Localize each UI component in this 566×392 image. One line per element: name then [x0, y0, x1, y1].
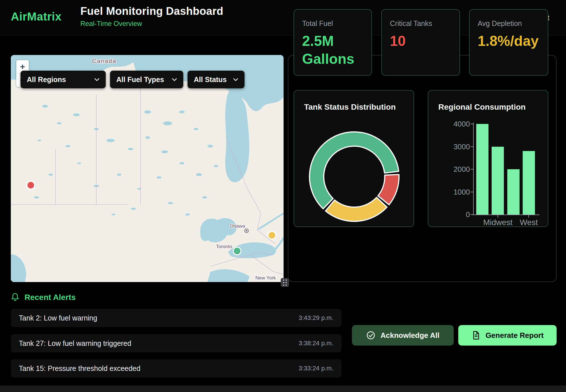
title-block: Fuel Monitoring Dashboard Real-Time Over… — [80, 5, 223, 28]
bar — [476, 124, 488, 215]
x-tick-mark — [498, 215, 498, 218]
chevron-down-icon — [172, 78, 177, 81]
alert-row: Tank 2: Low fuel warning 3:43:29 p.m. — [11, 309, 341, 327]
stat-value: 1.8%/day — [478, 32, 540, 50]
y-tick-mark — [471, 124, 473, 124]
bar — [492, 147, 504, 215]
alert-time: 3:43:29 p.m. — [299, 314, 333, 322]
stat-label: Avg Depletion — [478, 19, 540, 28]
stat-label: Critical Tanks — [390, 19, 451, 28]
regional-consumption-chart-card: Regional Consumption 01000200030004000Mi… — [428, 90, 548, 227]
chart-title: Tank Status Distribution — [304, 103, 396, 112]
map-label-canada: Canada — [92, 58, 117, 64]
fuel-type-filter-label: All Fuel Types — [116, 75, 164, 84]
region-filter-label: All Regions — [27, 75, 66, 84]
map-label-toronto: Toronto — [216, 244, 232, 249]
stat-card-total-fuel: Total Fuel 2.5M Gallons — [294, 9, 372, 76]
y-tick-mark — [471, 192, 473, 192]
donut-segment — [378, 174, 399, 205]
bell-icon — [11, 293, 19, 302]
bar-chart: 01000200030004000MidwestWest — [428, 91, 549, 228]
status-filter-dropdown[interactable]: All Status — [188, 71, 245, 88]
alert-row: Tank 27: Low fuel warning triggered 3:38… — [11, 334, 341, 352]
map-resize-handle[interactable] — [281, 278, 289, 287]
donut-segment — [325, 197, 387, 221]
page-title: Fuel Monitoring Dashboard — [80, 5, 223, 17]
file-text-icon — [471, 331, 481, 340]
map-marker-normal[interactable] — [233, 247, 241, 255]
y-tick-mark — [471, 214, 473, 215]
y-tick-label: 4000 — [441, 120, 470, 128]
page-subtitle: Real-Time Overview — [80, 20, 223, 28]
stat-card-critical-tanks: Critical Tanks 10 — [381, 9, 460, 76]
alert-text: Tank 15: Pressure threshold exceeded — [19, 364, 141, 373]
donut-chart — [307, 130, 401, 224]
chevron-down-icon — [94, 78, 99, 81]
bar — [523, 151, 535, 215]
alert-text: Tank 27: Low fuel warning triggered — [19, 339, 131, 348]
stat-value: 10 — [390, 32, 451, 50]
fuel-monitoring-dashboard: AirMatrix Fuel Monitoring Dashboard Real… — [0, 0, 566, 392]
status-filter-label: All Status — [194, 75, 227, 84]
fuel-type-filter-dropdown[interactable]: All Fuel Types — [110, 71, 183, 88]
alert-time: 3:33:24 p.m. — [299, 365, 333, 372]
stat-card-avg-depletion: Avg Depletion 1.8%/day — [469, 9, 548, 76]
alert-text: Tank 2: Low fuel warning — [19, 314, 97, 322]
map-town-dot-ottawa-core — [246, 230, 247, 232]
acknowledge-all-button[interactable]: Acknowledge All — [352, 325, 454, 346]
y-tick-mark — [471, 169, 473, 170]
bottom-strip — [0, 385, 566, 392]
bar — [507, 169, 520, 215]
tank-status-chart-card: Tank Status Distribution — [294, 90, 414, 227]
y-tick-label: 0 — [441, 210, 470, 219]
region-filter-dropdown[interactable]: All Regions — [21, 71, 106, 88]
generate-report-label: Generate Report — [486, 331, 544, 340]
stat-label: Total Fuel — [302, 19, 363, 28]
check-circle-icon — [366, 331, 375, 340]
x-tick-mark — [528, 215, 529, 218]
map-marker-critical[interactable] — [27, 181, 35, 189]
map-label-new-york: New York — [255, 275, 276, 281]
recent-alerts-title: Recent Alerts — [25, 293, 76, 302]
y-tick-mark — [471, 146, 473, 147]
recent-alerts-header: Recent Alerts — [11, 293, 76, 302]
alert-time: 3:38:24 p.m. — [299, 340, 333, 347]
map-canvas[interactable]: Canada Ottawa Toronto New York — [11, 55, 284, 282]
acknowledge-all-label: Acknowledge All — [380, 331, 439, 340]
brand-logo: AirMatrix — [11, 10, 62, 23]
x-tick-label: West — [509, 218, 549, 227]
y-tick-label: 3000 — [441, 142, 470, 151]
alert-row: Tank 15: Pressure threshold exceeded 3:3… — [11, 359, 341, 377]
stat-value: 2.5M Gallons — [302, 32, 363, 68]
map-marker-warning[interactable] — [268, 232, 276, 239]
x-axis-line — [473, 215, 539, 215]
map-label-ottawa: Ottawa — [230, 223, 245, 229]
generate-report-button[interactable]: Generate Report — [458, 325, 557, 346]
chevron-down-icon — [233, 78, 238, 81]
map-panel[interactable]: Canada Ottawa Toronto New York + − All R… — [11, 55, 284, 282]
y-tick-label: 2000 — [441, 165, 470, 174]
y-tick-label: 1000 — [441, 188, 470, 197]
